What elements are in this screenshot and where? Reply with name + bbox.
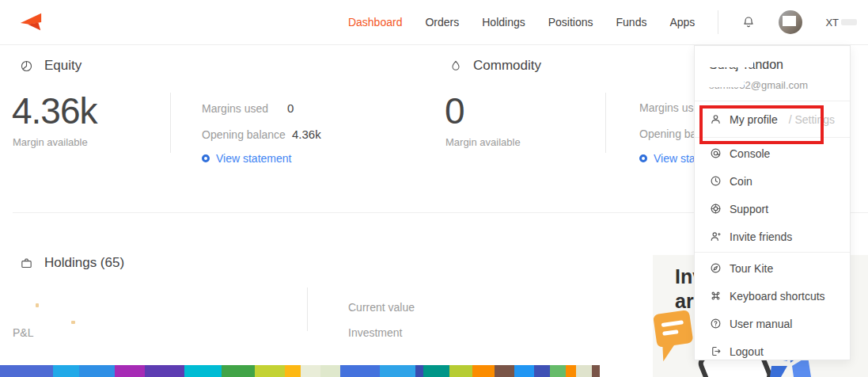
keyboard-command-icon — [709, 290, 722, 303]
nav-item-funds[interactable]: Funds — [616, 16, 647, 29]
menu-item-my-profile-settings[interactable]: My profile / Settings — [695, 101, 850, 137]
my-profile-label: My profile — [730, 113, 778, 126]
console-icon — [709, 147, 722, 160]
allocation-segment — [592, 365, 600, 377]
menu-item-label: Keyboard shortcuts — [730, 290, 825, 303]
profile-dropdown: Suraj Tandon sumit952@gmail.com My profi… — [694, 45, 851, 360]
user-avatar[interactable] — [779, 10, 802, 34]
allocation-segment — [222, 365, 255, 377]
name-redaction — [753, 54, 836, 61]
allocation-segment — [472, 365, 495, 377]
redacted-pnl-value — [71, 321, 75, 324]
settings-label[interactable]: / Settings — [789, 113, 835, 126]
allocation-segment — [380, 365, 415, 377]
tour-compass-icon — [709, 262, 722, 275]
droplet-icon — [449, 59, 462, 72]
menu-item-label: Invite friends — [730, 230, 792, 243]
opening-balance-value: 4.36k — [292, 128, 321, 141]
equity-view-statement-link[interactable]: View statement — [202, 152, 291, 165]
kite-dashboard-screen: DashboardOrdersHoldingsPositionsFundsApp… — [0, 0, 868, 377]
menu-item-coin[interactable]: Coin — [695, 167, 850, 195]
investment-label: Investment — [348, 326, 402, 339]
logout-icon — [709, 345, 722, 358]
user-id-text: XT — [825, 17, 839, 29]
nav-item-orders[interactable]: Orders — [425, 16, 459, 29]
menu-item-label: Coin — [730, 175, 752, 188]
redacted-pnl-value — [36, 303, 39, 307]
nav-divider — [718, 10, 718, 34]
invite-friends-icon — [709, 230, 722, 243]
nav-item-holdings[interactable]: Holdings — [482, 16, 525, 29]
email-redaction — [707, 81, 744, 87]
allocation-segment — [566, 365, 576, 377]
name-redaction — [707, 55, 753, 67]
allocation-segment — [415, 365, 423, 377]
dropdown-user-info: Suraj Tandon sumit952@gmail.com — [695, 46, 850, 101]
user-id-redaction — [841, 19, 857, 25]
margins-used-label: Margins used — [202, 102, 276, 115]
notifications-bell-icon[interactable] — [741, 15, 756, 29]
allocation-segment — [145, 365, 184, 377]
equity-opening-balance-row: Opening balance 4.36k — [202, 128, 321, 141]
equity-margin-available-value: 4.36k — [12, 89, 97, 132]
allocation-segment — [320, 365, 340, 377]
allocation-segment — [534, 365, 550, 377]
margins-used-value: 0 — [287, 101, 294, 115]
menu-item-keyboard-shortcuts[interactable]: Keyboard shortcuts — [695, 282, 850, 310]
menu-item-invite-friends[interactable]: Invite friends — [695, 223, 850, 250]
question-circle-icon — [709, 318, 722, 330]
commodity-margin-available-value: 0 — [445, 89, 464, 132]
top-navbar: DashboardOrdersHoldingsPositionsFundsApp… — [0, 0, 868, 45]
pnl-label: P&L — [13, 326, 33, 339]
allocation-segment — [255, 365, 285, 377]
menu-item-logout[interactable]: Logout — [695, 337, 850, 365]
nav-item-dashboard[interactable]: Dashboard — [348, 16, 403, 29]
menu-item-label: User manual — [730, 318, 792, 330]
kite-logo[interactable] — [19, 10, 43, 34]
user-id[interactable]: XT — [825, 17, 857, 29]
chat-bubble-icon — [653, 310, 696, 362]
dropdown-menu-list: ConsoleCoinSupportInvite friendsTour Kit… — [695, 138, 850, 365]
coin-clock-icon — [709, 175, 722, 188]
allocation-segment — [115, 365, 145, 377]
opening-balance-label: Opening balance — [202, 128, 287, 141]
commodity-margin-available-label: Margin available — [445, 136, 521, 148]
menu-item-user-manual[interactable]: User manual — [695, 310, 850, 337]
equity-divider — [170, 93, 171, 153]
statement-dot-icon — [202, 154, 210, 162]
commodity-section-header: Commodity — [449, 58, 541, 74]
commodity-divider — [605, 93, 606, 153]
menu-item-console[interactable]: Console — [695, 139, 850, 167]
menu-item-label: Tour Kite — [730, 262, 773, 275]
menu-item-support[interactable]: Support — [695, 195, 850, 223]
equity-margins-used-row: Margins used 0 — [202, 101, 294, 115]
pie-chart-icon — [20, 59, 33, 73]
nav-item-positions[interactable]: Positions — [548, 16, 593, 29]
view-statement-label: View statement — [216, 152, 291, 165]
allocation-segment — [0, 365, 53, 377]
user-icon — [709, 113, 722, 126]
commodity-title: Commodity — [473, 58, 541, 74]
holdings-title: Holdings (65) — [44, 255, 124, 271]
allocation-segment — [423, 365, 449, 377]
allocation-segment — [184, 365, 222, 377]
statement-dot-icon — [639, 154, 647, 162]
allocation-segment — [285, 365, 301, 377]
equity-section-header: Equity — [20, 58, 81, 74]
menu-item-label: Logout — [730, 345, 764, 358]
allocation-segment — [301, 365, 320, 377]
allocation-segment — [340, 365, 380, 377]
menu-divider — [695, 252, 850, 253]
allocation-segment — [79, 365, 115, 377]
allocation-segment — [514, 365, 534, 377]
equity-margin-available-label: Margin available — [13, 136, 88, 148]
nav-item-apps[interactable]: Apps — [669, 16, 695, 29]
support-icon — [709, 203, 722, 215]
main-nav: DashboardOrdersHoldingsPositionsFundsApp… — [348, 0, 857, 44]
current-value-label: Current value — [348, 301, 415, 314]
holdings-divider — [307, 288, 308, 331]
holdings-allocation-strip — [0, 365, 600, 377]
menu-item-tour-kite[interactable]: Tour Kite — [695, 254, 850, 282]
allocation-segment — [550, 365, 566, 377]
avatar-redaction — [783, 16, 796, 26]
